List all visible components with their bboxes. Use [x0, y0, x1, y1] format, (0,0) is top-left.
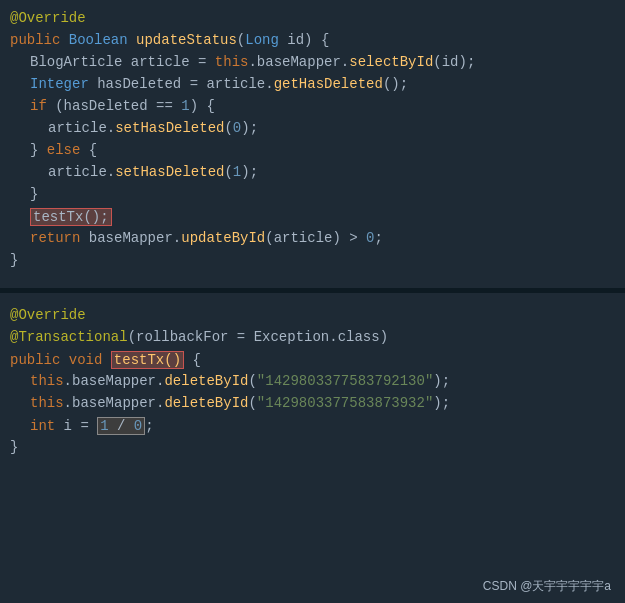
annotation-override-2: @Override: [10, 307, 86, 323]
line-transactional: @Transactional(rollbackFor = Exception.c…: [0, 329, 625, 351]
line-if: if (hasDeleted == 1) {: [0, 98, 625, 120]
line-delete2: this.baseMapper.deleteById("142980337758…: [0, 395, 625, 417]
kw-int: int: [30, 418, 55, 434]
kw-boolean: Boolean: [69, 32, 136, 48]
kw-public: public: [10, 32, 69, 48]
line-set1: article.setHasDeleted(1);: [0, 164, 625, 186]
code-block-2: @Override @Transactional(rollbackFor = E…: [0, 293, 625, 603]
footer: CSDN @天宇宇宇宇宇a: [483, 578, 611, 595]
line-delete1: this.baseMapper.deleteById("142980337758…: [0, 373, 625, 395]
line-set0: article.setHasDeleted(0);: [0, 120, 625, 142]
line-close-method2: }: [0, 439, 625, 461]
annotation-transactional: @Transactional: [10, 329, 128, 345]
testtx-def-highlight: testTx(): [111, 351, 184, 369]
method-updatestatus: updateStatus: [136, 32, 237, 48]
line-close-method1: }: [0, 252, 625, 274]
line-override-1: @Override: [0, 10, 625, 32]
line-int-divide: int i = 1 / 0;: [0, 417, 625, 439]
code-block-1: @Override public Boolean updateStatus(Lo…: [0, 0, 625, 290]
testtx-highlight-box: testTx();: [30, 208, 112, 226]
line-method-sig: public Boolean updateStatus(Long id) {: [0, 32, 625, 54]
line-testtx-def: public void testTx() {: [0, 351, 625, 373]
divide-highlight: 1 / 0: [97, 417, 145, 435]
line-else: } else {: [0, 142, 625, 164]
annotation-override-1: @Override: [10, 10, 86, 26]
line-close-else: }: [0, 186, 625, 208]
line-integer: Integer hasDeleted = article.getHasDelet…: [0, 76, 625, 98]
line-blogarticle: BlogArticle article = this.baseMapper.se…: [0, 54, 625, 76]
line-return: return baseMapper.updateById(article) > …: [0, 230, 625, 252]
code-container: c4013 c4013 c4013 c4013 controller调用 将来 …: [0, 0, 625, 603]
line-testtx-highlighted: testTx();: [0, 208, 625, 230]
line-override-2: @Override: [0, 307, 625, 329]
